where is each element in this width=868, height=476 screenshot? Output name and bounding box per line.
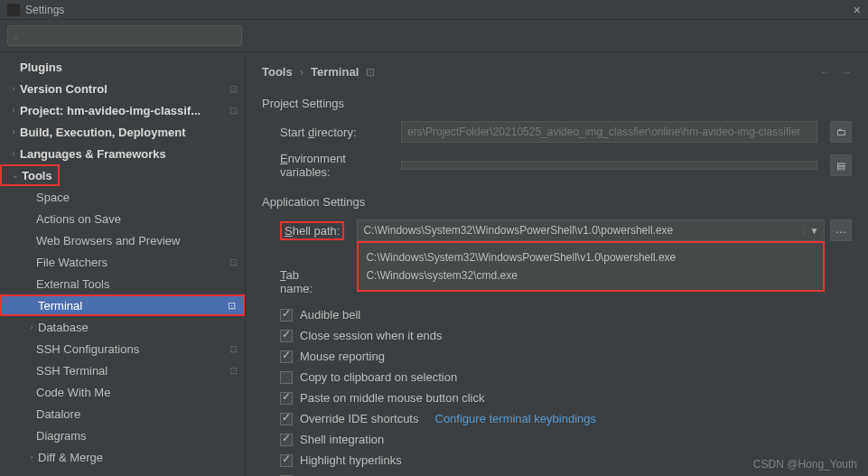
sidebar-item-languages[interactable]: ›Languages & Frameworks bbox=[0, 143, 245, 164]
chevron-right-icon: › bbox=[300, 65, 303, 79]
sidebar-item-actions-on-save[interactable]: Actions on Save bbox=[0, 208, 245, 229]
checkbox-row[interactable]: Close session when it ends bbox=[262, 325, 852, 346]
nav-back-icon[interactable]: ← bbox=[819, 65, 831, 79]
shell-path-dropdown[interactable]: C:\Windows\System32\WindowsPowerShell\v1… bbox=[357, 241, 825, 292]
checkbox-row[interactable]: Copy to clipboard on selection bbox=[262, 367, 852, 387]
checkbox-label: Paste on middle mouse button click bbox=[300, 391, 485, 405]
checkbox[interactable] bbox=[280, 371, 293, 384]
checkbox-label: Close session when it ends bbox=[300, 329, 443, 342]
settings-content: Tools › Terminal ⊡ ← → Project Settings … bbox=[246, 52, 868, 476]
checkbox[interactable] bbox=[280, 330, 293, 342]
breadcrumb-l1[interactable]: Tools bbox=[262, 65, 293, 79]
sidebar-item-code-with-me[interactable]: Code With Me bbox=[0, 381, 245, 403]
checkbox-row[interactable]: Mouse reporting bbox=[262, 346, 852, 367]
sidebar-item-space[interactable]: Space bbox=[0, 186, 245, 208]
section-project-settings: Project Settings bbox=[262, 97, 852, 110]
start-dir-label: Start directory: bbox=[262, 126, 388, 139]
settings-sidebar: Plugins ›Version Control⊡ ›Project: hm-a… bbox=[0, 52, 246, 476]
checkbox-label: Audible bell bbox=[300, 308, 360, 322]
checkbox-row[interactable]: Paste on middle mouse button click bbox=[262, 387, 852, 408]
reset-icon[interactable]: ⊡ bbox=[366, 66, 375, 79]
checkbox[interactable] bbox=[280, 413, 293, 425]
browse-folder-icon[interactable]: 🗀 bbox=[830, 121, 852, 143]
sidebar-item-ssh-config[interactable]: SSH Configurations⊡ bbox=[0, 338, 245, 359]
chevron-down-icon[interactable]: ▼ bbox=[804, 226, 824, 236]
checkbox-label: Mouse reporting bbox=[300, 350, 385, 363]
sidebar-item-diagrams[interactable]: Diagrams bbox=[0, 425, 245, 446]
watermark: CSDN @Hong_Youth bbox=[753, 458, 857, 471]
sidebar-item-database[interactable]: ›Database bbox=[0, 316, 245, 338]
sidebar-item-plugins[interactable]: Plugins bbox=[0, 56, 245, 78]
checkbox[interactable] bbox=[280, 454, 293, 467]
sidebar-item-ssh-terminal[interactable]: SSH Terminal⊡ bbox=[0, 359, 245, 381]
start-dir-input[interactable]: ers\ProjectFolder\20210525_avideo_img_cl… bbox=[401, 121, 817, 143]
sidebar-item-diff-merge[interactable]: ›Diff & Merge bbox=[0, 446, 245, 468]
sidebar-item-datalore[interactable]: Datalore bbox=[0, 403, 245, 425]
shell-path-browse-button[interactable]: … bbox=[830, 219, 852, 241]
nav-fwd-icon[interactable]: → bbox=[840, 65, 852, 79]
sidebar-item-file-watchers[interactable]: File Watchers⊡ bbox=[0, 251, 245, 273]
env-vars-edit-icon[interactable]: ▤ bbox=[830, 154, 852, 176]
dropdown-option[interactable]: C:\Windows\system32\cmd.exe bbox=[366, 266, 816, 285]
checkbox-label: Highlight hyperlinks bbox=[300, 453, 402, 467]
tab-name-label: Tab name: bbox=[262, 268, 334, 295]
sidebar-item-tools[interactable]: ⌄Tools bbox=[0, 164, 60, 186]
shell-path-combo[interactable]: ▼ bbox=[357, 219, 825, 241]
checkbox[interactable] bbox=[280, 350, 293, 363]
sidebar-item-web-browsers[interactable]: Web Browsers and Preview bbox=[0, 229, 245, 251]
dropdown-option[interactable]: C:\Windows\System32\WindowsPowerShell\v1… bbox=[366, 248, 816, 266]
sidebar-item-version-control[interactable]: ›Version Control⊡ bbox=[0, 78, 245, 99]
checkbox[interactable] bbox=[280, 309, 293, 322]
search-input[interactable] bbox=[7, 25, 242, 46]
close-icon[interactable]: × bbox=[854, 3, 861, 17]
checkbox-label: Shell integration bbox=[300, 433, 384, 446]
section-app-settings: Application Settings bbox=[262, 195, 852, 209]
sidebar-item-external-tools[interactable]: External Tools bbox=[0, 273, 245, 294]
env-vars-label: Environment variables: bbox=[262, 152, 388, 179]
shell-path-label: Shell path: bbox=[262, 224, 344, 238]
checkbox-label: Override IDE shortcuts bbox=[300, 412, 419, 425]
checkbox-row[interactable]: Activate virtualenv bbox=[262, 471, 852, 476]
window-title: Settings bbox=[25, 4, 64, 16]
app-icon bbox=[7, 4, 20, 16]
checkbox[interactable] bbox=[280, 434, 293, 446]
checkbox-row[interactable]: Audible bell bbox=[262, 304, 852, 325]
breadcrumb-l2: Terminal bbox=[311, 65, 359, 79]
checkbox[interactable] bbox=[280, 392, 293, 405]
search-icon: ⌕ bbox=[13, 30, 19, 42]
checkbox-label: Copy to clipboard on selection bbox=[300, 370, 457, 384]
sidebar-item-project[interactable]: ›Project: hm-avideo-img-classif...⊡ bbox=[0, 99, 245, 121]
env-vars-input[interactable] bbox=[401, 161, 817, 170]
title-bar: Settings × bbox=[0, 0, 868, 20]
sidebar-item-build[interactable]: ›Build, Execution, Deployment bbox=[0, 121, 245, 143]
checkbox-row[interactable]: Shell integration bbox=[262, 429, 852, 450]
configure-link[interactable]: Configure terminal keybindings bbox=[435, 412, 596, 425]
search-row: ⌕ bbox=[0, 20, 868, 52]
shell-path-input[interactable] bbox=[358, 220, 804, 240]
sidebar-item-terminal[interactable]: Terminal⊡ bbox=[0, 294, 245, 316]
checkbox-row[interactable]: Override IDE shortcutsConfigure terminal… bbox=[262, 408, 852, 429]
